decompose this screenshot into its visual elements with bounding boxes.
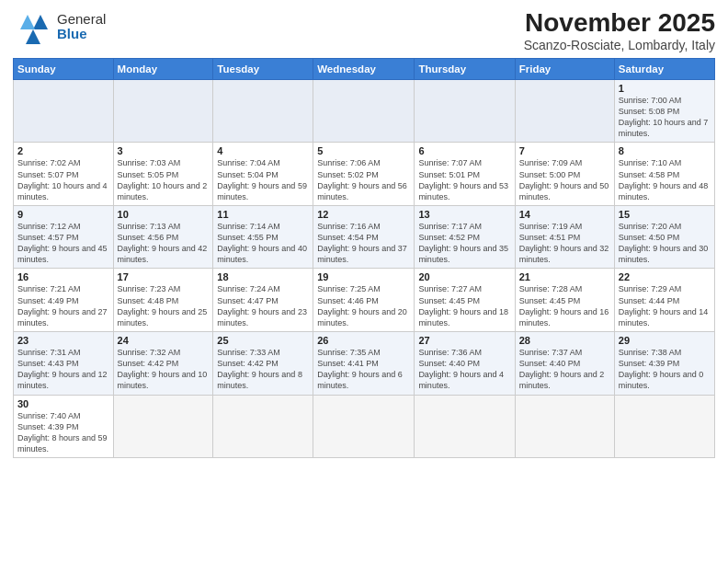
day-info: Sunrise: 7:14 AM Sunset: 4:55 PM Dayligh…: [217, 221, 309, 266]
day-info: Sunrise: 7:33 AM Sunset: 4:42 PM Dayligh…: [217, 347, 309, 392]
day-info: Sunrise: 7:03 AM Sunset: 5:05 PM Dayligh…: [118, 157, 210, 202]
calendar-cell: 4Sunrise: 7:04 AM Sunset: 5:04 PM Daylig…: [213, 143, 313, 206]
day-info: Sunrise: 7:35 AM Sunset: 4:41 PM Dayligh…: [317, 347, 410, 392]
day-number: 21: [519, 271, 610, 282]
calendar-cell: 18Sunrise: 7:24 AM Sunset: 4:47 PM Dayli…: [213, 269, 313, 332]
day-info: Sunrise: 7:07 AM Sunset: 5:01 PM Dayligh…: [418, 157, 510, 202]
day-number: 17: [118, 271, 210, 282]
calendar-cell: 15Sunrise: 7:20 AM Sunset: 4:50 PM Dayli…: [614, 205, 714, 269]
day-info: Sunrise: 7:00 AM Sunset: 5:08 PM Dayligh…: [619, 95, 711, 140]
generalblue-logo-svg: [13, 9, 53, 44]
calendar-table: Sunday Monday Tuesday Wednesday Thursday…: [13, 58, 715, 458]
calendar-row: 9Sunrise: 7:12 AM Sunset: 4:57 PM Daylig…: [14, 205, 715, 269]
svg-marker-1: [33, 15, 48, 29]
day-number: 4: [217, 145, 309, 156]
day-info: Sunrise: 7:27 AM Sunset: 4:45 PM Dayligh…: [418, 283, 510, 328]
calendar-cell: 23Sunrise: 7:31 AM Sunset: 4:43 PM Dayli…: [14, 332, 114, 396]
day-number: 9: [17, 209, 109, 220]
day-info: Sunrise: 7:31 AM Sunset: 4:43 PM Dayligh…: [17, 347, 109, 392]
header: General Blue November 2025 Scanzo-Roscia…: [13, 9, 715, 52]
day-number: 12: [317, 209, 410, 220]
day-info: Sunrise: 7:23 AM Sunset: 4:48 PM Dayligh…: [118, 283, 210, 328]
day-info: Sunrise: 7:04 AM Sunset: 5:04 PM Dayligh…: [217, 157, 309, 202]
calendar-cell: 17Sunrise: 7:23 AM Sunset: 4:48 PM Dayli…: [113, 269, 213, 332]
day-info: Sunrise: 7:02 AM Sunset: 5:07 PM Dayligh…: [17, 157, 109, 202]
day-info: Sunrise: 7:21 AM Sunset: 4:49 PM Dayligh…: [17, 283, 109, 328]
day-number: 10: [118, 209, 210, 220]
calendar-cell: 2Sunrise: 7:02 AM Sunset: 5:07 PM Daylig…: [14, 143, 114, 206]
header-sunday: Sunday: [14, 58, 114, 79]
day-info: Sunrise: 7:24 AM Sunset: 4:47 PM Dayligh…: [217, 283, 309, 328]
day-info: Sunrise: 7:40 AM Sunset: 4:39 PM Dayligh…: [17, 410, 109, 455]
calendar-cell: 12Sunrise: 7:16 AM Sunset: 4:54 PM Dayli…: [313, 205, 415, 269]
calendar-cell: 7Sunrise: 7:09 AM Sunset: 5:00 PM Daylig…: [515, 143, 614, 206]
day-number: 2: [17, 145, 109, 156]
calendar-cell: 25Sunrise: 7:33 AM Sunset: 4:42 PM Dayli…: [213, 332, 313, 396]
day-info: Sunrise: 7:29 AM Sunset: 4:44 PM Dayligh…: [619, 283, 711, 328]
calendar-cell: [415, 395, 515, 458]
day-number: 18: [217, 271, 309, 282]
day-number: 25: [217, 335, 309, 346]
calendar-row: 23Sunrise: 7:31 AM Sunset: 4:43 PM Dayli…: [14, 332, 715, 396]
calendar-cell: 27Sunrise: 7:36 AM Sunset: 4:40 PM Dayli…: [415, 332, 515, 396]
calendar-cell: [415, 79, 515, 143]
day-info: Sunrise: 7:12 AM Sunset: 4:57 PM Dayligh…: [17, 221, 109, 266]
day-info: Sunrise: 7:38 AM Sunset: 4:39 PM Dayligh…: [619, 347, 711, 392]
logo: General Blue: [13, 9, 106, 44]
calendar-cell: 9Sunrise: 7:12 AM Sunset: 4:57 PM Daylig…: [14, 205, 114, 269]
day-number: 7: [519, 145, 610, 156]
svg-marker-0: [26, 29, 40, 44]
calendar-cell: [213, 395, 313, 458]
calendar-cell: 26Sunrise: 7:35 AM Sunset: 4:41 PM Dayli…: [313, 332, 415, 396]
header-monday: Monday: [113, 58, 213, 79]
calendar-cell: 28Sunrise: 7:37 AM Sunset: 4:40 PM Dayli…: [515, 332, 614, 396]
calendar-title: November 2025: [524, 9, 715, 38]
calendar-cell: 22Sunrise: 7:29 AM Sunset: 4:44 PM Dayli…: [614, 269, 714, 332]
calendar-cell: 29Sunrise: 7:38 AM Sunset: 4:39 PM Dayli…: [614, 332, 714, 396]
calendar-cell: 30Sunrise: 7:40 AM Sunset: 4:39 PM Dayli…: [14, 395, 114, 458]
page: General Blue November 2025 Scanzo-Roscia…: [0, 0, 728, 563]
calendar-cell: [313, 79, 415, 143]
calendar-cell: [313, 395, 415, 458]
svg-marker-2: [20, 15, 35, 29]
day-info: Sunrise: 7:20 AM Sunset: 4:50 PM Dayligh…: [619, 221, 711, 266]
day-info: Sunrise: 7:16 AM Sunset: 4:54 PM Dayligh…: [317, 221, 410, 266]
day-number: 30: [17, 398, 109, 409]
calendar-subtitle: Scanzo-Rosciate, Lombardy, Italy: [524, 38, 715, 52]
calendar-cell: [113, 79, 213, 143]
day-info: Sunrise: 7:32 AM Sunset: 4:42 PM Dayligh…: [118, 347, 210, 392]
day-number: 11: [217, 209, 309, 220]
day-info: Sunrise: 7:17 AM Sunset: 4:52 PM Dayligh…: [418, 221, 510, 266]
day-info: Sunrise: 7:28 AM Sunset: 4:45 PM Dayligh…: [519, 283, 610, 328]
logo-text-general: General: [57, 12, 106, 28]
calendar-cell: 3Sunrise: 7:03 AM Sunset: 5:05 PM Daylig…: [113, 143, 213, 206]
day-number: 8: [619, 145, 711, 156]
calendar-cell: 10Sunrise: 7:13 AM Sunset: 4:56 PM Dayli…: [113, 205, 213, 269]
calendar-cell: 16Sunrise: 7:21 AM Sunset: 4:49 PM Dayli…: [14, 269, 114, 332]
day-number: 3: [118, 145, 210, 156]
calendar-cell: 11Sunrise: 7:14 AM Sunset: 4:55 PM Dayli…: [213, 205, 313, 269]
calendar-cell: 21Sunrise: 7:28 AM Sunset: 4:45 PM Dayli…: [515, 269, 614, 332]
calendar-cell: 6Sunrise: 7:07 AM Sunset: 5:01 PM Daylig…: [415, 143, 515, 206]
day-number: 20: [418, 271, 510, 282]
calendar-cell: 20Sunrise: 7:27 AM Sunset: 4:45 PM Dayli…: [415, 269, 515, 332]
header-wednesday: Wednesday: [313, 58, 415, 79]
title-block: November 2025 Scanzo-Rosciate, Lombardy,…: [524, 9, 715, 52]
day-number: 29: [619, 335, 711, 346]
day-info: Sunrise: 7:37 AM Sunset: 4:40 PM Dayligh…: [519, 347, 610, 392]
day-number: 26: [317, 335, 410, 346]
day-number: 28: [519, 335, 610, 346]
day-number: 5: [317, 145, 410, 156]
calendar-row: 16Sunrise: 7:21 AM Sunset: 4:49 PM Dayli…: [14, 269, 715, 332]
calendar-cell: [14, 79, 114, 143]
calendar-cell: [614, 395, 714, 458]
day-number: 23: [17, 335, 109, 346]
header-saturday: Saturday: [614, 58, 714, 79]
day-number: 15: [619, 209, 711, 220]
day-info: Sunrise: 7:10 AM Sunset: 4:58 PM Dayligh…: [619, 157, 711, 202]
day-number: 24: [118, 335, 210, 346]
calendar-cell: 19Sunrise: 7:25 AM Sunset: 4:46 PM Dayli…: [313, 269, 415, 332]
day-info: Sunrise: 7:25 AM Sunset: 4:46 PM Dayligh…: [317, 283, 410, 328]
calendar-cell: [515, 79, 614, 143]
logo-icon: [13, 9, 53, 44]
